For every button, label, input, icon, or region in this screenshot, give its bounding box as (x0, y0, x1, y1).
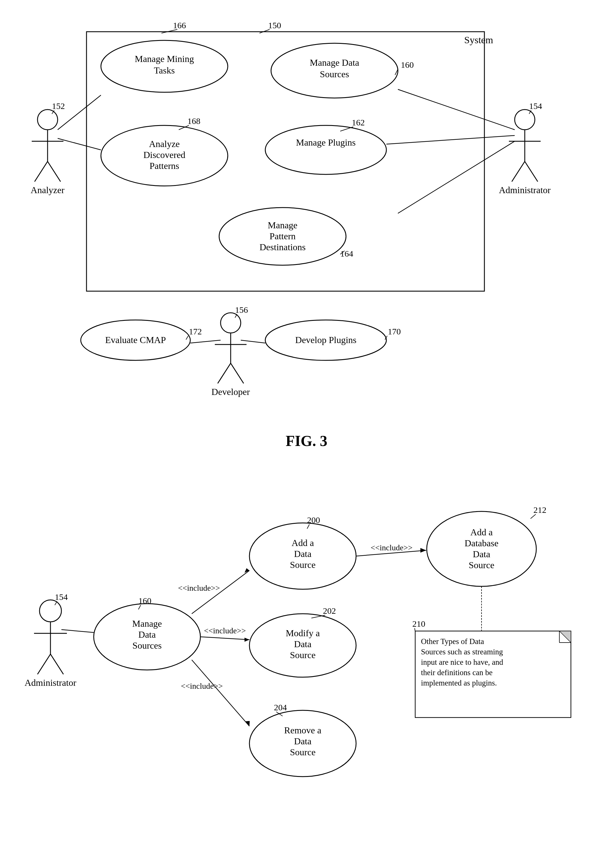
admin-label-fig4: Administrator (25, 677, 76, 688)
svg-line-37 (231, 363, 244, 383)
svg-line-21 (512, 161, 525, 181)
svg-point-41 (39, 600, 61, 622)
mds-label3: Sources (132, 640, 161, 651)
svg-point-18 (515, 110, 535, 130)
include1: <<include>> (178, 583, 220, 592)
evaluate-cmap-label: Evaluate CMAP (105, 335, 166, 345)
ref-164: 164 (340, 249, 353, 258)
add-ds-label2: Data (294, 549, 311, 559)
note-text4: their definitions can be (421, 668, 492, 677)
svg-line-26 (398, 89, 515, 130)
svg-line-27 (386, 135, 515, 144)
ref-200: 200 (307, 515, 320, 525)
add-ds-label3: Source (290, 560, 316, 570)
rem-ds-label: Remove a (284, 725, 321, 735)
ref-170: 170 (388, 327, 401, 336)
svg-marker-65 (421, 548, 426, 553)
mod-ds-label2: Data (294, 639, 311, 649)
manage-mining-tasks-label2: Tasks (154, 65, 175, 76)
rem-ds-label2: Data (294, 736, 311, 746)
system-label: System (464, 35, 493, 45)
analyze-label2: Discovered (143, 150, 185, 160)
include3: <<include>> (181, 682, 223, 690)
svg-marker-61 (246, 721, 250, 726)
svg-line-58 (200, 637, 250, 640)
note-text5: implemented as plugins. (421, 679, 497, 687)
fig4-area: Administrator 154 Manage Data Sources 16… (23, 467, 590, 865)
mod-ds-label: Modify a (286, 628, 320, 638)
svg-line-45 (50, 654, 64, 674)
manage-pattern-label: Manage (268, 220, 297, 230)
svg-point-33 (220, 313, 241, 333)
analyzer-label: Analyzer (31, 185, 65, 195)
svg-line-44 (37, 654, 50, 674)
include4: <<include>> (371, 543, 413, 552)
analyze-label3: Patterns (149, 161, 179, 171)
ref-150: 150 (268, 20, 281, 30)
svg-point-8 (265, 126, 386, 174)
ref-160: 160 (401, 60, 414, 70)
mds-label2: Data (138, 629, 156, 640)
add-db-label2: Database (464, 538, 498, 548)
ref-154-fig4: 154 (55, 592, 68, 601)
svg-line-60 (192, 660, 250, 726)
rem-ds-label3: Source (290, 747, 316, 757)
svg-line-39 (190, 340, 220, 343)
developer-label: Developer (211, 387, 250, 397)
mod-ds-label3: Source (290, 650, 316, 660)
ref-210: 210 (412, 619, 425, 628)
ref-212: 212 (534, 505, 546, 515)
svg-line-63 (531, 514, 536, 519)
svg-line-40 (241, 340, 265, 343)
manage-mining-tasks-label: Manage Mining (135, 54, 194, 64)
add-db-label3: Data (473, 549, 490, 559)
fig3-label: FIG. 3 (23, 432, 590, 450)
manage-data-sources-label: Manage Data (310, 57, 359, 68)
page: System 150 166 Manage Mining Tasks Manag… (0, 0, 613, 868)
svg-line-25 (57, 138, 101, 150)
svg-line-49 (61, 629, 94, 632)
note-text3: input are nice to have, and (421, 658, 503, 666)
note-text1: Other Types of Data (421, 637, 484, 646)
fig3-area: System 150 166 Manage Mining Tasks Manag… (23, 17, 590, 421)
note-text2: Sources such as streaming (421, 648, 503, 656)
ref-152: 152 (52, 101, 65, 111)
ref-154: 154 (529, 101, 542, 111)
ref-172: 172 (189, 327, 202, 336)
manage-pattern-label3: Destinations (259, 242, 306, 252)
manage-data-sources-label2: Sources (320, 69, 349, 79)
ref-166: 166 (173, 20, 186, 30)
administrator-label: Administrator (499, 185, 551, 195)
svg-line-36 (218, 363, 231, 383)
include2: <<include>> (204, 626, 246, 635)
ref-202: 202 (323, 606, 336, 615)
svg-line-15 (34, 161, 48, 181)
svg-line-16 (48, 161, 61, 181)
svg-point-12 (37, 110, 57, 130)
ref-156: 156 (235, 305, 248, 315)
develop-plugins-label: Develop Plugins (295, 335, 356, 345)
svg-line-28 (398, 141, 515, 213)
ref-204: 204 (274, 702, 287, 712)
analyze-label: Analyze (149, 139, 180, 149)
svg-line-22 (525, 161, 538, 181)
manage-pattern-label2: Pattern (270, 231, 296, 241)
ref-162: 162 (352, 118, 365, 127)
add-db-label: Add a (470, 527, 492, 537)
add-ds-label: Add a (292, 538, 314, 548)
manage-plugins-label: Manage Plugins (296, 137, 355, 147)
ref-160-fig4: 160 (138, 596, 151, 605)
mds-label: Manage (132, 618, 162, 629)
add-db-label4: Source (469, 560, 495, 570)
svg-line-24 (57, 95, 101, 130)
ref-168: 168 (188, 116, 200, 126)
svg-line-70 (414, 628, 415, 632)
svg-marker-59 (245, 638, 250, 642)
